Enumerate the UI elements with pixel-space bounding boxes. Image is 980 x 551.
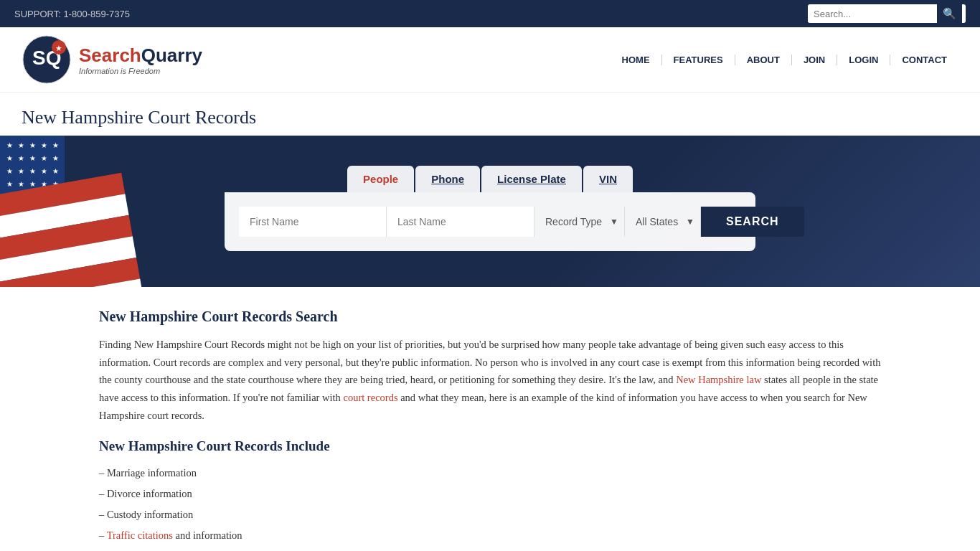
nav-contact[interactable]: CONTACT bbox=[890, 55, 958, 65]
svg-text:★: ★ bbox=[55, 44, 62, 52]
top-search-input[interactable] bbox=[808, 6, 937, 22]
search-button[interactable]: SEARCH bbox=[701, 207, 804, 237]
search-form: Record Type ▼ All States ▼ SEARCH bbox=[239, 207, 741, 237]
nav-join[interactable]: JOIN bbox=[792, 55, 837, 65]
tab-vin[interactable]: VIN bbox=[583, 166, 633, 192]
main-nav: HOME FEATURES ABOUT JOIN LOGIN CONTACT bbox=[611, 55, 958, 65]
top-search-form[interactable]: 🔍 bbox=[808, 4, 966, 23]
page-title: New Hampshire Court Records bbox=[22, 107, 958, 128]
logo-icon: SQ ★ bbox=[22, 34, 72, 85]
top-search-button[interactable]: 🔍 bbox=[937, 4, 962, 23]
last-name-input[interactable] bbox=[387, 207, 534, 237]
search-tabs: People Phone License Plate VIN bbox=[326, 157, 654, 192]
nav-about[interactable]: ABOUT bbox=[735, 55, 792, 65]
list-item: Divorce information bbox=[99, 484, 881, 504]
flag-decoration: ★★★★ ★★★★ ★★★★ ★★★★ ★★★★ bbox=[0, 136, 143, 287]
nav-features[interactable]: FEATURES bbox=[662, 55, 735, 65]
list-item: Any felony or misdemeanor charges brough… bbox=[99, 546, 881, 551]
logo-text: SearchQuarry Information is Freedom bbox=[79, 44, 202, 75]
list-item: Traffic citations and information bbox=[99, 525, 881, 546]
content-paragraph-1: Finding New Hampshire Court Records migh… bbox=[99, 336, 881, 424]
logo-tagline: Information is Freedom bbox=[79, 67, 202, 75]
page-title-bar: New Hampshire Court Records bbox=[0, 93, 980, 136]
flag-stripes bbox=[0, 136, 143, 287]
list-item: Marriage information bbox=[99, 463, 881, 484]
search-form-wrapper: Record Type ▼ All States ▼ SEARCH bbox=[225, 192, 755, 251]
state-select[interactable]: All States bbox=[625, 207, 700, 236]
first-name-input[interactable] bbox=[239, 207, 387, 237]
includes-heading: New Hampshire Court Records Include bbox=[99, 438, 881, 454]
logo: SQ ★ SearchQuarry Information is Freedom bbox=[22, 34, 202, 85]
logo-name: SearchQuarry bbox=[79, 44, 202, 67]
content-area: New Hampshire Court Records Search Findi… bbox=[77, 309, 903, 551]
tab-people[interactable]: People bbox=[347, 166, 414, 192]
main-content-heading: New Hampshire Court Records Search bbox=[99, 309, 881, 325]
nav-login[interactable]: LOGIN bbox=[837, 55, 890, 65]
top-bar: SUPPORT: 1-800-859-7375 🔍 bbox=[0, 0, 980, 27]
tab-phone[interactable]: Phone bbox=[415, 166, 480, 192]
nh-law-link[interactable]: New Hampshire law bbox=[676, 374, 761, 385]
state-select-wrapper[interactable]: All States ▼ bbox=[625, 207, 701, 237]
court-records-link[interactable]: court records bbox=[343, 392, 397, 403]
record-type-wrapper[interactable]: Record Type ▼ bbox=[534, 207, 625, 237]
header: SQ ★ SearchQuarry Information is Freedom… bbox=[0, 27, 980, 93]
tab-license-plate[interactable]: License Plate bbox=[481, 166, 582, 192]
records-list: Marriage information Divorce information… bbox=[99, 463, 881, 551]
record-type-select[interactable]: Record Type bbox=[534, 207, 624, 236]
nav-home[interactable]: HOME bbox=[611, 55, 662, 65]
list-item: Custody information bbox=[99, 504, 881, 525]
support-phone: SUPPORT: 1-800-859-7375 bbox=[14, 9, 130, 19]
hero-banner: ★★★★ ★★★★ ★★★★ ★★★★ ★★★★ People Phone Li… bbox=[0, 136, 980, 287]
search-container: People Phone License Plate VIN Record Ty… bbox=[210, 157, 770, 251]
traffic-citations-link[interactable]: Traffic citations bbox=[107, 529, 173, 541]
